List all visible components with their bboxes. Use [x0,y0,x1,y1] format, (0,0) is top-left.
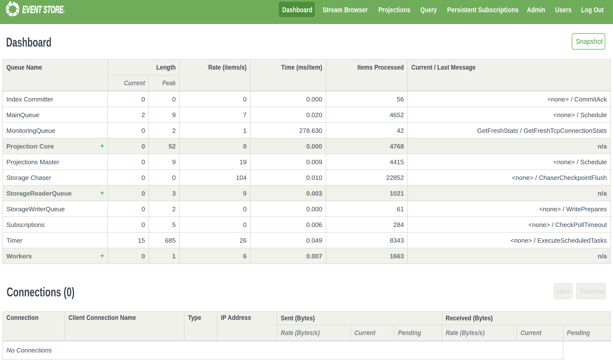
svg-text:EVENT STORE: EVENT STORE [22,4,64,15]
svg-text:®: ® [63,10,65,13]
